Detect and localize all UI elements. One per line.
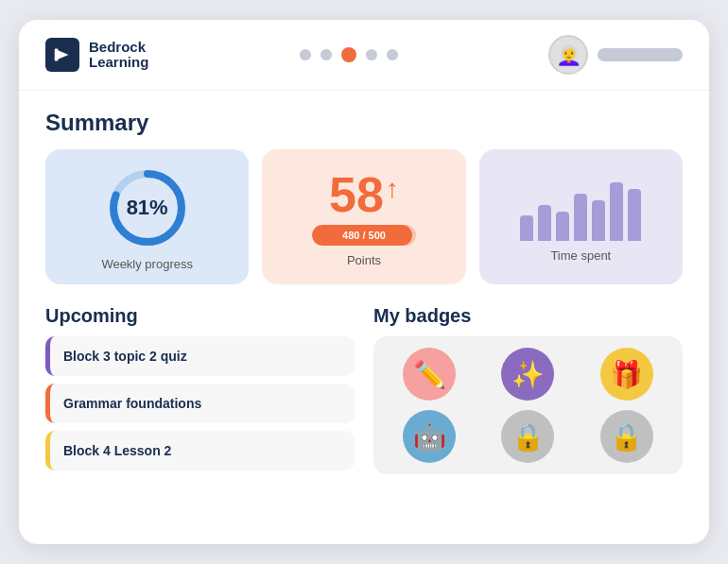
points-value-row: 58 ↑ <box>329 170 399 219</box>
nav-dot-5[interactable] <box>387 49 398 60</box>
badge-lock1-icon: 🔒 <box>511 421 545 453</box>
time-label: Time spent <box>550 248 611 263</box>
badges-grid: ✏️ ✨ 🎁 🤖 🔒 🔒 <box>373 336 683 474</box>
avatar[interactable]: 👩‍🦳 <box>548 35 588 75</box>
upcoming-item-3[interactable]: Block 4 Lesson 2 <box>45 431 355 470</box>
badge-box[interactable]: 🎁 <box>600 348 653 401</box>
progress-ring: 81% <box>106 166 189 249</box>
points-number: 58 <box>329 170 384 219</box>
logo-icon <box>45 38 79 72</box>
upcoming-item-1-label: Block 3 topic 2 quiz <box>63 349 187 364</box>
badge-pencil[interactable]: ✏️ <box>403 348 456 401</box>
points-card: 58 ↑ 480 / 500 Points <box>262 149 465 284</box>
header: Bedrock Learning 👩‍🦳 <box>19 20 709 91</box>
nav-dot-1[interactable] <box>300 49 311 60</box>
upcoming-section: Upcoming Block 3 topic 2 quiz Grammar fo… <box>45 305 355 474</box>
upcoming-item-3-label: Block 4 Lesson 2 <box>63 443 171 458</box>
badge-lock2[interactable]: 🔒 <box>600 410 653 463</box>
avatar-icon: 👩‍🦳 <box>556 43 581 67</box>
badge-robot-icon: 🤖 <box>413 421 446 453</box>
upcoming-title: Upcoming <box>45 305 355 327</box>
nav-dots <box>300 47 398 62</box>
progress-label: Weekly progress <box>101 257 193 271</box>
time-card: Time spent <box>479 149 683 284</box>
bottom-row: Upcoming Block 3 topic 2 quiz Grammar fo… <box>45 305 683 474</box>
svg-marker-0 <box>57 50 69 60</box>
logo-text: Bedrock Learning <box>89 40 148 71</box>
badge-robot[interactable]: 🤖 <box>403 410 456 463</box>
time-bar-1 <box>520 215 533 241</box>
progress-value: 81% <box>127 196 168 220</box>
nav-dot-3-active[interactable] <box>341 47 356 62</box>
username-bar <box>598 48 683 61</box>
badges-title: My badges <box>373 305 683 327</box>
time-bar-6 <box>610 182 623 241</box>
upcoming-item-1[interactable]: Block 3 topic 2 quiz <box>45 336 355 376</box>
summary-row: 81% Weekly progress 58 ↑ 480 / 500 Point… <box>45 149 683 284</box>
user-area: 👩‍🦳 <box>548 35 683 75</box>
points-bar: 480 / 500 <box>312 225 416 246</box>
badge-lock1[interactable]: 🔒 <box>501 410 554 463</box>
progress-card: 81% Weekly progress <box>45 149 249 284</box>
upcoming-item-2-label: Grammar foundations <box>63 396 201 411</box>
points-bar-text: 480 / 500 <box>342 230 386 241</box>
summary-title: Summary <box>45 110 683 136</box>
time-bar-3 <box>556 212 569 242</box>
upcoming-list: Block 3 topic 2 quiz Grammar foundations… <box>45 336 355 470</box>
brand-line2: Learning <box>89 55 148 71</box>
time-chart <box>520 175 641 241</box>
logo-area: Bedrock Learning <box>45 38 148 72</box>
badge-pencil-icon: ✏️ <box>413 359 446 390</box>
badge-lock2-icon: 🔒 <box>610 421 643 453</box>
brand-line1: Bedrock <box>89 40 148 56</box>
nav-dot-2[interactable] <box>321 49 332 60</box>
time-bar-7 <box>628 189 641 241</box>
main-card: Bedrock Learning 👩‍🦳 Summary <box>19 20 709 544</box>
points-label: Points <box>347 253 381 267</box>
points-arrow: ↑ <box>386 176 399 202</box>
time-bar-5 <box>592 200 605 241</box>
badge-box-icon: 🎁 <box>610 359 643 390</box>
nav-dot-4[interactable] <box>366 49 377 60</box>
upcoming-item-2[interactable]: Grammar foundations <box>45 384 355 423</box>
badges-section: My badges ✏️ ✨ 🎁 🤖 🔒 <box>373 305 683 474</box>
badge-magic-icon: ✨ <box>511 359 545 390</box>
badge-magic[interactable]: ✨ <box>501 348 554 401</box>
main-content: Summary 81% Weekly progress 58 ↑ <box>19 91 709 544</box>
time-bar-2 <box>538 205 551 242</box>
svg-rect-1 <box>55 49 59 61</box>
time-bar-4 <box>574 194 587 241</box>
